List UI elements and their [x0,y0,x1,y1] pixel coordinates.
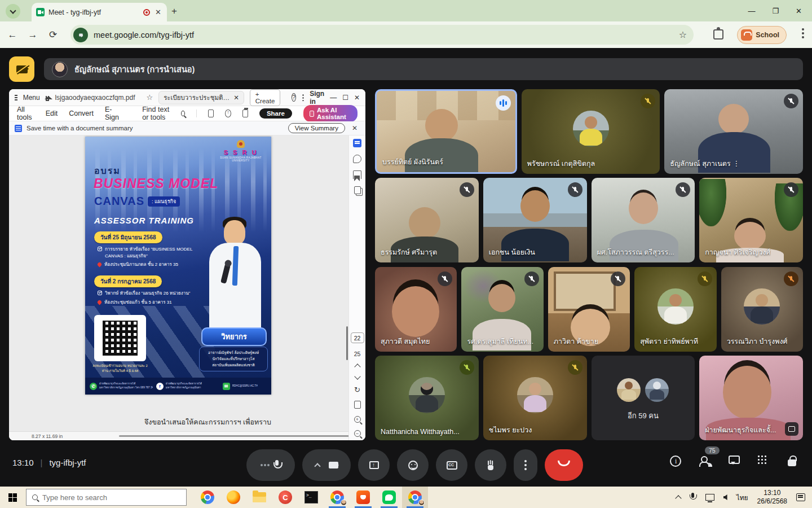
more-options-button[interactable] [514,449,537,481]
omnibox[interactable]: ☆ [70,25,694,45]
browser-maximize-button[interactable]: ❐ [772,7,779,15]
taskbar-ccleaner-icon[interactable]: C [272,487,298,508]
save-icon[interactable] [208,110,214,117]
comments-icon[interactable] [353,155,361,163]
video-tile[interactable]: ผศ.โสภาวรรณ ตรีสุวรร... [592,178,695,262]
find-tools-button[interactable]: Find text or tools [142,106,185,121]
forward-button[interactable]: → [25,29,41,41]
esign-menu[interactable]: E-Sign [105,106,120,121]
camera-button[interactable] [302,449,351,481]
video-tile[interactable]: ภาวิตา ค้าขาย [548,267,630,352]
pdf-horizontal-scrollbar[interactable] [119,435,348,437]
pdf-vertical-scrollbar[interactable] [346,326,348,360]
bookmark-star-icon[interactable]: ☆ [679,29,687,40]
tray-network-icon[interactable] [705,494,714,501]
upload-icon[interactable] [225,110,231,117]
all-tools-menu[interactable]: All tools [17,106,34,121]
back-button[interactable]: ← [5,29,20,41]
menu-icon[interactable] [15,95,17,96]
taskbar-search-input[interactable] [42,493,166,502]
present-button[interactable] [358,449,390,481]
previous-page-button[interactable] [354,364,360,370]
help-icon[interactable]: ? [292,93,296,102]
notification-center-icon[interactable] [796,493,805,501]
taskbar-cmd-icon[interactable]: >_ [298,487,324,508]
refresh-icon[interactable]: ↻ [354,386,360,393]
video-tile[interactable]: ฝ่ายพัฒนาธุรกิจและจั้... [699,356,803,440]
generative-summary-icon[interactable] [353,139,361,147]
create-button[interactable]: + Create [250,89,281,106]
taskbar-orange-app-icon[interactable] [350,487,376,508]
print-icon[interactable] [242,110,248,117]
taskbar-chrome-active-icon[interactable] [402,487,428,508]
video-tile[interactable]: บรรย์ทิตย์ ผังนิรันดร์ [375,89,517,174]
browser-tab[interactable]: Meet - tyg-ifbj-ytf ✕ [32,3,167,21]
acrobat-close-button[interactable]: ✕ [354,94,360,102]
fit-page-icon[interactable] [354,401,361,409]
video-tile[interactable]: สุภาวดี สมุดไทย [375,267,457,352]
acrobat-minimize-button[interactable]: — [330,94,337,102]
menu-label[interactable]: Menu [23,94,40,102]
apps-waffle-icon[interactable] [302,94,304,101]
browser-close-button[interactable]: ✕ [796,7,802,15]
reactions-button[interactable] [397,449,429,481]
video-tile[interactable]: ชไมพร ยะปวง [483,356,587,440]
tab-close-icon[interactable]: ✕ [154,8,162,16]
video-tile[interactable]: กาญจนา ศิริเจริญวงศ์ [699,178,803,262]
ask-ai-assistant-button[interactable]: Ask AI Assistant [303,105,358,122]
summary-close-icon[interactable]: ✕ [350,124,360,132]
taskbar-line-icon[interactable] [376,487,402,508]
mic-button[interactable] [246,449,295,481]
reload-button[interactable]: ⟳ [45,29,61,41]
next-page-button[interactable] [354,373,360,379]
tile-menu-icon[interactable]: ⋮ [732,159,740,168]
tray-mic-icon[interactable] [690,493,696,502]
host-controls-button[interactable] [787,456,800,468]
acrobat-maximize-button[interactable]: ☐ [342,94,348,102]
page-thumbnails-icon[interactable] [354,186,361,194]
taskbar-search[interactable] [26,489,187,506]
chat-button[interactable] [729,456,741,468]
document-tab-close-icon[interactable]: ✕ [233,94,239,102]
start-button[interactable] [0,487,25,508]
leave-call-button[interactable] [545,449,583,481]
taskbar-file-explorer-icon[interactable] [246,487,272,508]
tab-search-button[interactable] [6,4,20,19]
profile-chip[interactable]: School [737,26,787,44]
meeting-details-button[interactable] [670,456,682,468]
browser-menu-icon[interactable] [802,28,804,30]
picture-in-picture-icon[interactable] [785,422,798,436]
document-tab[interactable]: ระเบียบวาระประชุมติดตาม ครั้... ✕ [158,91,244,104]
bookmarks-icon[interactable] [353,170,361,179]
tray-volume-icon[interactable] [723,494,727,500]
video-tile[interactable]: ธัญลักษณ์ สุภาเนตร ⋮ [664,89,803,174]
edit-menu[interactable]: Edit [46,110,58,117]
taskbar-firefox-icon[interactable] [220,487,246,508]
convert-menu[interactable]: Convert [69,110,94,117]
video-tile[interactable]: รศ.ดร.สุมาลี เทียนท... [461,267,543,352]
raise-hand-button[interactable] [475,449,506,481]
video-tile[interactable]: พรัชษกรณ์ เกตุสิขิตกุล [522,89,660,174]
signin-button[interactable]: Sign in [310,90,324,106]
zoom-in-icon[interactable]: + [354,416,361,423]
video-tile[interactable]: สุพัตรา ย่าทิพย์พาที [634,267,716,352]
doc-tab-star-icon[interactable]: ☆ [146,93,153,102]
url-input[interactable] [94,30,673,40]
captions-button[interactable] [436,449,467,481]
video-tile[interactable]: วรรณวิภา บำรุงพงศ์ [721,267,803,352]
current-page-input[interactable]: 22 [351,332,364,343]
tray-expand-icon[interactable] [675,495,681,501]
activities-button[interactable] [758,456,770,468]
extensions-icon[interactable] [713,29,723,40]
video-tile[interactable]: ธรรมรักษ์ ศรีมารุต [375,178,479,262]
pdf-filename[interactable]: lsjgaoodyaeqxaoczfqm.pdf [55,94,135,102]
video-tile[interactable]: Natthanicha Witthayath... [375,356,479,440]
taskbar-chrome-icon[interactable] [195,487,220,508]
home-icon[interactable] [46,96,50,101]
zoom-out-icon[interactable]: − [354,430,361,437]
tray-clock[interactable]: 13:10 26/6/2568 [757,489,787,506]
browser-minimize-button[interactable]: — [748,7,755,15]
overflow-participants-tile[interactable]: อีก 59 คน [592,356,695,440]
video-tile[interactable]: เอกชน น้อยเงิน [483,178,587,262]
tray-language-label[interactable]: ไทย [736,492,748,503]
